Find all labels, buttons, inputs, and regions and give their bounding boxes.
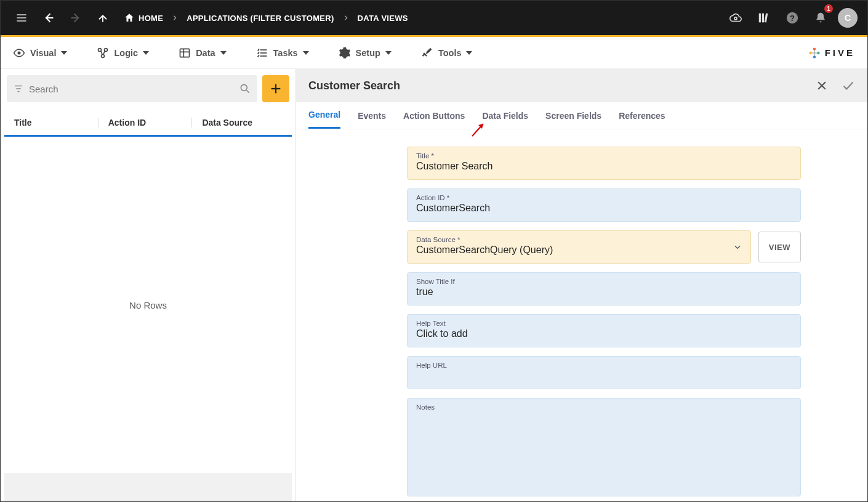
help-icon[interactable]: ? [781,7,803,29]
svg-line-36 [247,91,249,93]
caret-down-icon [303,50,309,56]
svg-point-16 [102,54,105,57]
tab-data-fields[interactable]: Data Fields [482,102,528,129]
left-panel: Title Action ID Data Source No Rows [1,69,296,501]
svg-marker-26 [385,51,392,55]
field-data-source-value: CustomerSearchQuery (Query) [416,245,742,257]
svg-point-30 [813,55,815,58]
caret-down-icon [466,50,472,56]
back-icon[interactable] [38,7,60,29]
svg-point-31 [809,51,811,54]
field-help-text-label: Help Text [416,320,792,327]
svg-marker-17 [143,51,149,55]
field-data-source[interactable]: Data Source * CustomerSearchQuery (Query… [407,230,751,264]
right-panel: Customer Search General Events Action Bu… [296,69,867,501]
crumb-data-views-label: DATA VIEWS [358,14,408,23]
topbar: HOME APPLICATIONS (FILTER CUSTOMER) DATA… [1,1,867,35]
svg-point-28 [813,47,815,50]
crumb-home[interactable]: HOME [124,12,163,23]
field-notes[interactable]: Notes [407,398,801,496]
field-help-url-value [416,370,792,383]
field-show-title-if[interactable]: Show Title If true [407,272,801,306]
th-title[interactable]: Title [14,118,98,128]
field-show-title-if-value: true [416,286,792,299]
confirm-button[interactable] [842,79,855,92]
menu-visual[interactable]: Visual [13,47,67,59]
no-rows-label: No Rows [4,137,292,473]
crumb-data-views[interactable]: DATA VIEWS [358,14,408,23]
field-title[interactable]: Title * Customer Search [407,147,801,180]
field-title-label: Title * [416,152,792,160]
chevron-right-icon [343,15,349,21]
panel-title: Customer Search [308,79,400,92]
menu-icon[interactable] [10,7,33,29]
menu-visual-label: Visual [30,48,56,58]
menu-data[interactable]: Data [179,47,226,59]
field-show-title-if-label: Show Title If [416,278,792,285]
field-help-url-label: Help URL [416,362,792,369]
menu-tools[interactable]: Tools [421,47,473,59]
brand-logo: FIVE [808,46,855,60]
check-icon [842,79,855,92]
form-area[interactable]: Title * Customer Search Action ID * Cust… [296,129,867,501]
search-input-wrap[interactable] [7,75,257,102]
tab-general[interactable]: General [308,102,340,129]
panel-header: Customer Search [296,69,867,102]
notifications-icon[interactable]: 1 [810,7,832,29]
svg-rect-7 [759,14,761,23]
field-help-text[interactable]: Help Text Click to add [407,314,801,347]
caret-down-icon [385,50,392,56]
add-button[interactable] [262,75,289,102]
field-action-id[interactable]: Action ID * CustomerSearch [407,188,801,222]
menu-tasks[interactable]: Tasks [256,47,309,59]
left-footer [4,473,292,501]
tab-screen-fields[interactable]: Screen Fields [545,102,601,129]
crumb-applications-label: APPLICATIONS (FILTER CUSTOMER) [187,14,334,23]
close-button[interactable] [816,79,828,92]
notification-badge: 1 [824,4,833,13]
menu-setup[interactable]: Setup [339,47,392,59]
tabs: General Events Action Buttons Data Field… [296,102,867,129]
forward-icon [65,7,87,29]
up-icon[interactable] [92,7,114,29]
field-action-id-label: Action ID * [416,194,792,201]
chevron-right-icon [172,15,178,21]
view-button[interactable]: VIEW [758,232,801,262]
field-notes-label: Notes [416,403,792,411]
tab-action-buttons[interactable]: Action Buttons [403,102,465,129]
menu-logic[interactable]: Logic [97,47,149,59]
tab-references[interactable]: References [619,102,665,129]
svg-rect-9 [765,13,768,22]
cloud-icon[interactable] [725,7,747,29]
library-icon[interactable] [753,7,775,29]
crumb-home-label: HOME [139,14,163,23]
field-help-url[interactable]: Help URL [407,356,801,389]
th-action-id[interactable]: Action ID [98,118,193,128]
svg-rect-18 [180,49,190,57]
th-data-source[interactable]: Data Source [192,118,282,128]
menu-data-label: Data [196,48,215,58]
svg-point-29 [817,51,819,54]
filter-icon [13,83,24,94]
svg-point-12 [18,51,21,54]
menu-tools-label: Tools [438,48,462,58]
field-help-text-value: Click to add [416,328,792,341]
table-header: Title Action ID Data Source [4,110,292,137]
svg-point-35 [241,84,247,91]
search-icon[interactable] [239,83,251,95]
menu-setup-label: Setup [356,48,380,58]
tab-events[interactable]: Events [358,102,386,129]
svg-text:?: ? [790,14,795,23]
crumb-applications[interactable]: APPLICATIONS (FILTER CUSTOMER) [187,14,334,23]
caret-down-icon [220,50,227,56]
svg-marker-13 [61,51,67,55]
avatar[interactable]: C [838,8,858,28]
svg-point-6 [734,17,737,20]
chevron-down-icon[interactable] [733,243,742,251]
svg-marker-25 [303,51,309,55]
svg-marker-21 [220,51,227,55]
field-action-id-value: CustomerSearch [416,203,792,215]
search-input[interactable] [24,84,239,94]
menu-tasks-label: Tasks [273,48,298,58]
menu-logic-label: Logic [114,48,138,58]
